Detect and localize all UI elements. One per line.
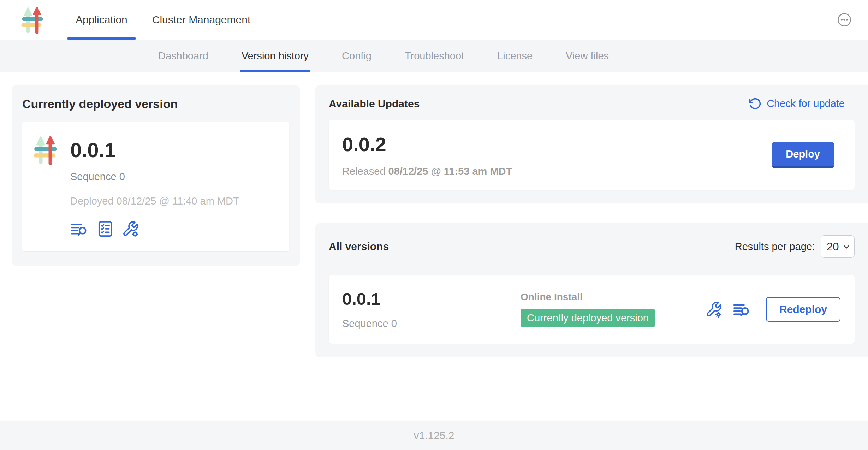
subnav-tab-version-history[interactable]: Version history: [242, 40, 309, 72]
subnav-tab-config[interactable]: Config: [342, 40, 371, 72]
all-versions-panel: All versions Results per page: 20: [315, 223, 868, 357]
deployed-version-row: 0.0.1 Sequence 0 Deployed 08/12/25 @ 11:…: [33, 135, 279, 237]
install-type-label: Online Install: [521, 291, 705, 303]
all-versions-title: All versions: [329, 241, 389, 253]
row-edit-config-button[interactable]: [705, 301, 722, 318]
currently-deployed-panel: Currently deployed version 0.0.1 Sequenc…: [12, 85, 300, 266]
ellipsis-icon: [835, 10, 854, 29]
overflow-menu-button[interactable]: [835, 10, 854, 29]
app-logo-icon: [21, 6, 44, 34]
available-updates-title: Available Updates: [329, 98, 420, 110]
view-logs-icon: [70, 221, 89, 237]
all-versions-header: All versions Results per page: 20: [329, 235, 855, 258]
row-view-logs-button[interactable]: [733, 301, 751, 318]
deployed-action-icons: [70, 220, 239, 237]
edit-config-button[interactable]: [122, 220, 139, 237]
update-info: 0.0.2 Released08/12/25 @ 11:53 am MDT: [342, 133, 512, 177]
currently-deployed-title: Currently deployed version: [22, 97, 289, 111]
available-update-card: 0.0.2 Released08/12/25 @ 11:53 am MDT De…: [329, 120, 855, 190]
top-header: Application Cluster Management: [0, 0, 868, 40]
page-footer: v1.125.2: [0, 421, 868, 450]
deployed-version-details: 0.0.1 Sequence 0 Deployed 08/12/25 @ 11:…: [70, 135, 239, 237]
check-for-update-label: Check for update: [767, 98, 845, 109]
config-icon: [122, 220, 139, 237]
view-logs-icon: [733, 301, 751, 318]
currently-deployed-badge: Currently deployed version: [521, 309, 655, 327]
results-per-page-label: Results per page:: [735, 241, 815, 253]
right-column: Available Updates Check for update 0.0.2…: [315, 85, 868, 357]
version-row-actions: Redeploy: [705, 297, 841, 322]
version-row: 0.0.1 Sequence 0 Online Install Currentl…: [329, 275, 855, 344]
results-per-page-select[interactable]: 20: [821, 235, 855, 258]
main-content: Currently deployed version 0.0.1 Sequenc…: [0, 72, 868, 421]
update-released-line: Released08/12/25 @ 11:53 am MDT: [342, 166, 512, 177]
deploy-button[interactable]: Deploy: [772, 142, 834, 168]
view-logs-button[interactable]: [70, 221, 89, 237]
available-updates-header: Available Updates Check for update: [329, 97, 855, 110]
deployed-version-card: 0.0.1 Sequence 0 Deployed 08/12/25 @ 11:…: [22, 122, 289, 251]
app-subnav: Dashboard Version history Config Trouble…: [0, 40, 868, 72]
tab-cluster-management[interactable]: Cluster Management: [144, 0, 259, 40]
subnav-tab-troubleshoot[interactable]: Troubleshoot: [405, 40, 464, 72]
version-row-status: Online Install Currently deployed versio…: [521, 291, 705, 327]
row-sequence: Sequence 0: [342, 318, 521, 330]
preflight-checks-icon: [97, 220, 113, 237]
check-for-update-link[interactable]: Check for update: [749, 97, 855, 110]
deployed-version-number: 0.0.1: [70, 140, 239, 160]
deployed-sequence: Sequence 0: [70, 171, 239, 183]
version-row-info: 0.0.1 Sequence 0: [342, 289, 521, 330]
released-timestamp: 08/12/25 @ 11:53 am MDT: [388, 166, 512, 177]
redeploy-button[interactable]: Redeploy: [766, 297, 840, 322]
subnav-tab-license[interactable]: License: [497, 40, 533, 72]
results-per-page: Results per page: 20: [735, 235, 855, 258]
row-version-number: 0.0.1: [342, 289, 521, 309]
top-tab-bar: Application Cluster Management: [67, 0, 267, 40]
subnav-tab-dashboard[interactable]: Dashboard: [158, 40, 208, 72]
app-window: Application Cluster Management Dashboard…: [0, 0, 868, 450]
refresh-icon: [749, 97, 762, 110]
app-logo-icon: [33, 135, 58, 165]
released-label: Released: [342, 166, 386, 177]
deployed-timestamp: Deployed 08/12/25 @ 11:40 am MDT: [70, 195, 239, 207]
config-icon: [705, 301, 722, 318]
available-updates-panel: Available Updates Check for update 0.0.2…: [315, 85, 868, 203]
subnav-tab-view-files[interactable]: View files: [566, 40, 609, 72]
update-version-number: 0.0.2: [342, 133, 512, 156]
panel-gap: [315, 203, 868, 223]
preflight-checks-button[interactable]: [97, 220, 113, 237]
results-per-page-select-wrap: 20: [821, 235, 855, 258]
console-version: v1.125.2: [414, 430, 454, 442]
tab-application[interactable]: Application: [67, 0, 136, 40]
